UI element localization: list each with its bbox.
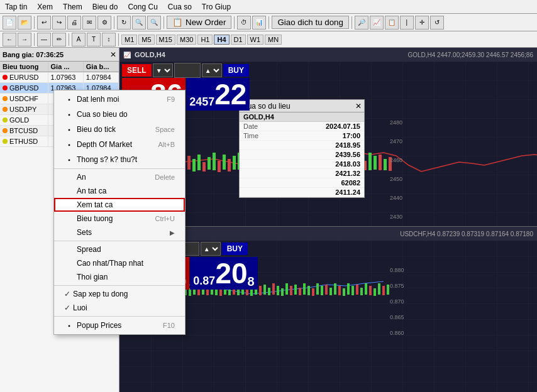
menu-tro-giup[interactable]: Tro Giup xyxy=(197,1,236,13)
crosshair-btn[interactable]: ✛ xyxy=(415,16,429,30)
zoom-in-btn[interactable]: 🔍 xyxy=(132,16,146,30)
menu-item-inner: ▪ Popup Prices xyxy=(64,320,121,330)
period-sep-btn[interactable]: | xyxy=(400,16,414,30)
menu-item-cua-so-bieu-do[interactable]: ▪ Cua so bieu do xyxy=(54,107,185,122)
order-icon: ▪ xyxy=(64,94,74,104)
menu-cong-cu[interactable]: Cong Cu xyxy=(123,1,162,13)
market-watch-close[interactable]: ✕ xyxy=(110,50,116,59)
auto-trade-btn[interactable]: Giao dich tu dong xyxy=(272,16,348,29)
settings-btn[interactable]: ⚙ xyxy=(97,16,111,30)
open-btn[interactable]: 📂 xyxy=(18,16,31,30)
indicator-btn[interactable]: 📈 xyxy=(370,16,384,30)
menu-item-spread[interactable]: Spread xyxy=(54,242,185,256)
menu-item-inner: Sets xyxy=(64,228,92,237)
data-row: Date2024.07.15 xyxy=(240,122,364,131)
menu-cua-so[interactable]: Cua so xyxy=(163,1,197,13)
symbol-cell: USDJPY xyxy=(0,104,48,115)
svg-rect-122 xyxy=(347,283,350,295)
tf-m15[interactable]: M15 xyxy=(156,35,175,45)
new-order-btn[interactable]: 📋 New Order xyxy=(167,16,231,29)
usdchf-buy-dropdown[interactable]: ▲ xyxy=(201,242,221,256)
gold-buy-main: 22 xyxy=(214,80,246,109)
gold-buy-dropdown[interactable]: ▲ xyxy=(202,63,222,77)
tf-m30[interactable]: M30 xyxy=(177,35,196,45)
menu-item-dat-lenh-moi[interactable]: ▪ Dat lenh moi F9 xyxy=(54,92,185,107)
tf-h1[interactable]: H1 xyxy=(197,35,213,45)
data-window-close[interactable]: ✕ xyxy=(355,102,362,111)
refresh2-btn[interactable]: ↺ xyxy=(430,16,444,30)
menu-item-an[interactable]: An Delete xyxy=(54,170,185,184)
gold-sell-dropdown[interactable]: ▼ xyxy=(153,63,173,77)
new-order-label: New Order xyxy=(185,18,226,27)
text-btn[interactable]: A xyxy=(72,33,86,46)
template-btn[interactable]: 📋 xyxy=(385,16,399,30)
line-tool-btn[interactable]: — xyxy=(37,33,51,46)
menu-item-sets[interactable]: Sets ▶ xyxy=(54,226,185,239)
tf-m1[interactable]: M1 xyxy=(121,35,137,45)
gold-buy-btn[interactable]: BUY xyxy=(223,64,249,77)
tf-mn[interactable]: MN xyxy=(265,35,282,45)
zoom-level-btn[interactable]: 🔎 xyxy=(355,16,368,30)
print-btn[interactable]: 🖨 xyxy=(67,16,81,30)
refresh-btn[interactable]: ↻ xyxy=(117,16,131,30)
email-btn[interactable]: ✉ xyxy=(82,16,96,30)
symbol-dot xyxy=(3,107,8,112)
back-btn[interactable]: ← xyxy=(3,33,16,46)
svg-rect-113 xyxy=(307,286,310,295)
gold-chart-icon: 📈 xyxy=(123,52,131,58)
gold-lot-input[interactable]: 1.00 xyxy=(175,63,200,77)
menu-item-bieu-tuong[interactable]: Bieu tuong Ctrl+U xyxy=(54,212,185,226)
svg-rect-130 xyxy=(382,286,385,295)
arrow-btn[interactable]: ↕ xyxy=(102,33,116,46)
menu-item-depth-of-market[interactable]: ▪ Depth Of Market Alt+B xyxy=(54,137,185,152)
menu-item-popup-prices[interactable]: ▪ Popup Prices F10 xyxy=(54,318,185,333)
data-row: 2411.24 xyxy=(240,188,364,197)
menu-item-thong-so[interactable]: ▪ Thong s? k? thu?t xyxy=(54,152,185,167)
menu-item-thoi-gian[interactable]: Thoi gian xyxy=(54,270,185,284)
tf-m5[interactable]: M5 xyxy=(138,35,154,45)
usdchf-buy-main: 20 xyxy=(215,259,247,288)
redo-btn[interactable]: ↪ xyxy=(52,16,66,30)
chart-type-btn[interactable]: 📊 xyxy=(252,16,266,30)
market-row[interactable]: EURUSD 1.07963 1.07984 xyxy=(0,72,119,83)
menu-them[interactable]: Them xyxy=(58,1,87,13)
symbol-name: BTCUSD xyxy=(9,127,38,134)
format-btn[interactable]: T xyxy=(87,33,101,46)
gold-sell-btn[interactable]: SELL xyxy=(122,64,152,77)
market-watch-header: Bang gia: 07:36:25 ✕ xyxy=(0,48,119,62)
menu-bieu-do[interactable]: Bieu do xyxy=(87,1,123,13)
history-btn[interactable]: ⏱ xyxy=(237,16,251,30)
data-window-instrument: GOLD,H4 xyxy=(240,112,364,122)
undo-btn[interactable]: ↩ xyxy=(37,16,51,30)
tf-w1[interactable]: W1 xyxy=(247,35,264,45)
tf-d1[interactable]: D1 xyxy=(231,35,246,45)
svg-rect-108 xyxy=(285,283,288,295)
menu-separator xyxy=(54,241,185,241)
menu-item-luoi[interactable]: ✓ Luoi xyxy=(54,301,185,315)
menu-item-bieu-do-tick[interactable]: ▪ Bieu do tick Space xyxy=(54,122,185,137)
menu-item-inner: ▪ Thong s? k? thu?t xyxy=(64,155,137,165)
symbol-name: EURUSD xyxy=(9,74,38,81)
menu-xem[interactable]: Xem xyxy=(32,1,58,13)
fwd-btn[interactable]: → xyxy=(18,33,31,46)
menu-item-inner: ✓ Luoi xyxy=(64,303,87,312)
draw-btn[interactable]: ✏ xyxy=(52,33,66,46)
info-icon: ▪ xyxy=(64,155,74,165)
menu-item-sap-xep[interactable]: ✓ Sap xep tu dong xyxy=(54,287,185,301)
svg-rect-103 xyxy=(263,285,266,295)
zoom-out-btn[interactable]: 🔍 xyxy=(147,16,161,30)
menu-item-xem-tat-ca[interactable]: Xem tat ca xyxy=(54,198,185,212)
data-value: 2418.03 xyxy=(335,160,360,168)
submenu-arrow: ▶ xyxy=(170,229,175,236)
symbol-dot xyxy=(3,85,8,90)
menu-item-cao-nhat[interactable]: Cao nhat/Thap nhat xyxy=(54,256,185,270)
svg-rect-114 xyxy=(312,288,314,296)
svg-rect-115 xyxy=(316,283,319,295)
menu-tap-tin[interactable]: Tap tin xyxy=(0,1,32,13)
usdchf-buy-btn[interactable]: BUY xyxy=(222,242,248,255)
menu-item-an-tat-ca[interactable]: An tat ca xyxy=(54,184,185,198)
tf-h4[interactable]: H4 xyxy=(214,35,229,45)
data-value: 2024.07.15 xyxy=(326,122,360,130)
new-chart-btn[interactable]: 📄 xyxy=(3,16,16,30)
context-menu: ▪ Dat lenh moi F9 ▪ Cua so bieu do ▪ Bie… xyxy=(53,90,185,335)
